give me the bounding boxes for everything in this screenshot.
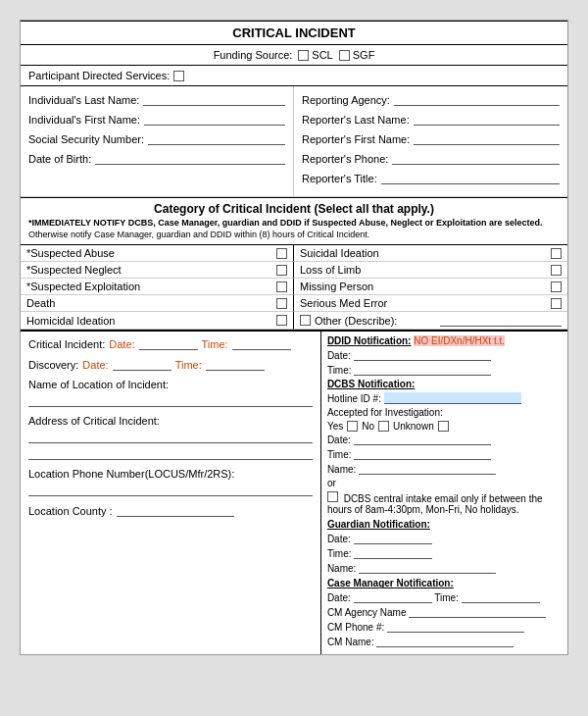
category-section: Category of Critical Incident (Select al… <box>21 197 567 331</box>
dob-input[interactable] <box>95 151 285 165</box>
unknown-label: Unknown <box>393 421 434 432</box>
guardian-name: Name: <box>327 562 562 574</box>
cm-name-input[interactable] <box>376 636 514 647</box>
missing-person-checkbox[interactable] <box>551 281 562 292</box>
address-input-1[interactable] <box>28 431 313 443</box>
ssn-label: Social Security Number: <box>28 133 144 145</box>
phone-field: Location Phone Number(LOCUS/Mfr/2RS): <box>28 468 313 496</box>
guardian-time-label: Time: <box>327 548 352 559</box>
unknown-checkbox[interactable] <box>438 421 449 432</box>
guardian-time-input[interactable] <box>354 547 432 559</box>
discovery-date-input[interactable] <box>113 358 172 371</box>
scl-checkbox[interactable] <box>298 50 309 61</box>
incident-date-input[interactable] <box>139 337 198 350</box>
suspected-neglect-cell: *Suspected Neglect <box>21 262 294 279</box>
address-label: Address of Critical Incident: <box>28 415 313 427</box>
cm-agency-input[interactable] <box>409 606 546 618</box>
cm-agency-label: CM Agency Name <box>327 607 407 618</box>
right-bottom: DDID Notification: NO EI/DXn/H/HXt t.t. … <box>321 332 567 654</box>
first-name-input[interactable] <box>144 112 285 126</box>
accepted-date: Date: <box>327 434 562 445</box>
or-row: or <box>327 478 562 488</box>
discovery-time-input[interactable] <box>206 358 265 371</box>
rep-first-label: Reporter's First Name: <box>302 133 410 145</box>
hotline-input[interactable] <box>384 392 521 404</box>
suspected-exploitation-checkbox[interactable] <box>276 281 287 292</box>
name-fields: Individual's Last Name: Individual's Fir… <box>21 86 567 197</box>
suicidal-ideation-checkbox[interactable] <box>551 248 562 259</box>
location-name-input[interactable] <box>28 394 313 407</box>
accepted-label: Accepted for Investigation: <box>327 407 443 418</box>
last-name-input[interactable] <box>143 92 285 106</box>
agency-input[interactable] <box>394 92 560 106</box>
address-field: Address of Critical Incident: <box>28 415 313 460</box>
guardian-title-field: Guardian Notification: <box>327 519 562 530</box>
hotline-label: Hotline ID #: <box>327 393 381 404</box>
loss-of-limb-checkbox[interactable] <box>551 265 562 276</box>
sgf-checkbox[interactable] <box>339 50 350 61</box>
death-label: Death <box>26 297 272 309</box>
cm-time-label: Time: <box>434 592 459 603</box>
category-note: *IMMEDIATELY NOTIFY DCBS, Case Manager, … <box>21 218 567 244</box>
cm-agency: CM Agency Name <box>327 606 562 618</box>
sgf-option[interactable]: SGF <box>339 49 375 61</box>
rep-title-input[interactable] <box>381 171 560 184</box>
location-name-label: Name of Location of Incident: <box>28 379 313 390</box>
rep-last-input[interactable] <box>414 112 560 126</box>
incident-time-input[interactable] <box>232 337 291 350</box>
other-checkbox[interactable] <box>300 315 311 326</box>
county-input[interactable] <box>117 504 234 517</box>
serious-med-error-checkbox[interactable] <box>551 298 562 309</box>
other-cell: Other (Describe): <box>294 312 567 330</box>
cm-title: Case Manager Notification: <box>327 578 454 588</box>
cm-time-input[interactable] <box>462 591 540 603</box>
rep-first-input[interactable] <box>414 131 560 145</box>
guardian-name-input[interactable] <box>359 562 496 574</box>
category-title: Category of Critical Incident (Select al… <box>21 198 567 218</box>
yes-no-row: Yes No Unknown <box>327 421 562 432</box>
yes-checkbox[interactable] <box>347 421 358 432</box>
suspected-exploitation-cell: *Suspected Exploitation <box>21 279 294 295</box>
other-label: Other (Describe): <box>315 315 436 327</box>
first-name-field: Individual's First Name: <box>28 112 285 126</box>
ssn-field: Social Security Number: <box>28 131 285 145</box>
suspected-abuse-checkbox[interactable] <box>276 248 287 259</box>
cm-phone-input[interactable] <box>387 621 524 633</box>
other-input[interactable] <box>440 314 562 327</box>
phone-input[interactable] <box>28 484 313 496</box>
left-personal-fields: Individual's Last Name: Individual's Fir… <box>21 86 294 196</box>
left-bottom: Critical Incident: Date: Time: Discovery… <box>21 332 321 654</box>
incident-label: Critical Incident: <box>28 338 105 350</box>
homicidal-ideation-checkbox[interactable] <box>276 315 287 326</box>
location-name-field: Name of Location of Incident: <box>28 379 313 407</box>
discovery-field: Discovery: Date: Time: <box>28 358 313 371</box>
no-checkbox[interactable] <box>378 421 389 432</box>
cm-date-time: Date: Time: <box>327 591 562 603</box>
rep-phone-input[interactable] <box>392 151 560 165</box>
accepted-date-input[interactable] <box>354 434 491 445</box>
address-input-2[interactable] <box>28 447 313 460</box>
rep-title-field: Reporter's Title: <box>302 171 560 184</box>
death-checkbox[interactable] <box>276 298 287 309</box>
ddid-date-input[interactable] <box>354 349 491 361</box>
category-note-regular: Otherwise notify Case Manager, guardian … <box>28 230 369 239</box>
scl-label: SCL <box>312 49 332 61</box>
rep-title-label: Reporter's Title: <box>302 173 377 184</box>
first-name-label: Individual's First Name: <box>28 114 140 126</box>
ddid-date: Date: <box>327 349 562 361</box>
suspected-neglect-checkbox[interactable] <box>276 265 287 276</box>
scl-option[interactable]: SCL <box>298 49 332 61</box>
last-name-label: Individual's Last Name: <box>28 94 139 106</box>
dcbs-central-checkbox[interactable] <box>327 491 338 502</box>
participant-checkbox[interactable] <box>173 71 184 81</box>
accepted-time-input[interactable] <box>354 448 491 460</box>
guardian-time: Time: <box>327 547 562 559</box>
missing-person-cell: Missing Person <box>294 279 567 295</box>
cm-date-input[interactable] <box>354 591 432 603</box>
guardian-date-input[interactable] <box>354 533 432 544</box>
discovery-time-label: Time: <box>175 359 202 371</box>
accepted-name-input[interactable] <box>359 463 496 475</box>
dcbs-title: DCBS Notification: <box>327 379 415 389</box>
ddid-time-input[interactable] <box>354 364 491 376</box>
ssn-input[interactable] <box>148 131 285 145</box>
